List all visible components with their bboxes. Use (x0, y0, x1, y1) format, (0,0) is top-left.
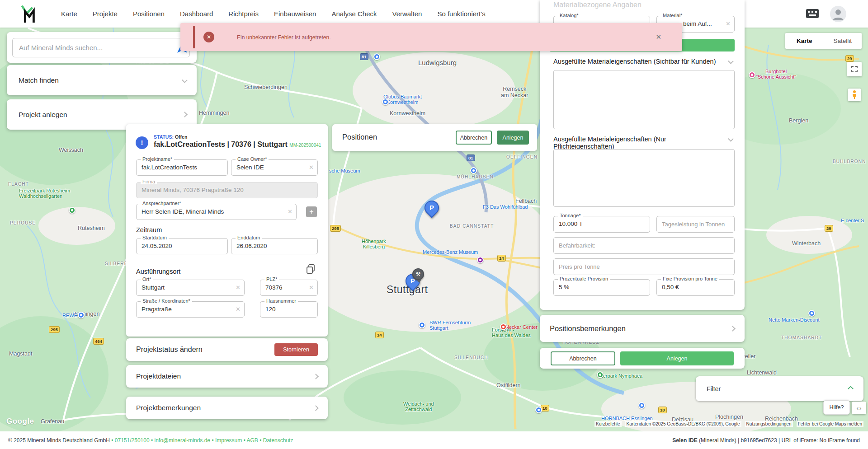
datenschutz-link[interactable]: Datenschutz (263, 437, 293, 444)
hausnummer-field[interactable]: Hausnummer 120 (260, 301, 318, 318)
befahrbarkeit-field[interactable]: Befahrbarkeit: (553, 237, 735, 254)
clear-icon[interactable]: ✕ (288, 208, 292, 215)
add-contact-button[interactable]: + (306, 206, 317, 217)
road-shield: 29 (825, 225, 833, 232)
map-type-karte-button[interactable]: Karte (785, 33, 824, 49)
projektbemerkungen-section[interactable]: Projektbemerkungen (126, 397, 328, 419)
search-input[interactable]: Auf Mineral Minds suchen... (12, 38, 190, 57)
chevron-down-icon (182, 77, 188, 83)
plz-field[interactable]: PLZ* 70376 ✕ (260, 280, 318, 296)
filter-panel[interactable]: Filter (696, 376, 863, 401)
phone-link[interactable]: 07151/250100 (115, 437, 150, 444)
map-label: Ludwigsburg (418, 59, 457, 66)
positionen-anlegen-button[interactable]: Anlegen (497, 131, 529, 145)
mineral-minds-logo[interactable] (20, 5, 36, 23)
positionsbemerkungen-section[interactable]: Positionsbemerkungen (540, 315, 745, 342)
chevron-down-icon[interactable] (728, 58, 734, 64)
projektname-field[interactable]: Projektname* fak.LotCreationTests (136, 159, 228, 176)
poi-marker[interactable] (535, 407, 542, 413)
poi-marker[interactable] (500, 323, 507, 330)
poi-marker[interactable] (477, 257, 484, 263)
poi-marker[interactable] (373, 53, 380, 60)
chevron-down-icon[interactable] (728, 136, 734, 142)
menu-analyse-check[interactable]: Analyse Check (331, 10, 377, 18)
ansprechpartner-field[interactable]: Ansprechpartner* Herr Selen IDE, Mineral… (136, 204, 297, 220)
strasse-field[interactable]: Straße / Koordinaten* Pragstraße ✕ (136, 301, 245, 318)
menu-verwalten[interactable]: Verwalten (392, 10, 422, 18)
road-shield: 29 (845, 55, 854, 62)
enddatum-field[interactable]: Enddatum 26.06.2020 (231, 238, 318, 254)
positionen-abbrechen-button[interactable]: Abbrechen (456, 131, 492, 145)
project-number: MM-202500041 (289, 143, 321, 148)
poi-marker[interactable] (470, 167, 477, 174)
map-pin-equipment[interactable]: ⚒ (412, 268, 424, 280)
impressum-link[interactable]: Impressum (215, 437, 242, 444)
map-label: Burghotel "Schöne Aussicht" (756, 69, 796, 80)
zeitraum-heading: Zeitraum (136, 226, 162, 234)
poi-marker[interactable] (69, 207, 75, 214)
startdatum-field[interactable]: Startdatum 24.05.2020 (136, 238, 228, 254)
fehler-melden-link[interactable]: Fehler bei Google Maps melden (797, 421, 863, 427)
fullscreen-button[interactable] (847, 62, 862, 76)
preis-pro-tonne-field[interactable]: Preis pro Tonne (553, 258, 735, 275)
map-label: Freizeitpark Rutesheim Waldhochseilgarte… (19, 188, 70, 199)
props-required-box[interactable] (553, 149, 735, 207)
clear-icon[interactable]: ✕ (309, 164, 314, 171)
poi-marker[interactable] (78, 312, 85, 318)
menu-positionen[interactable]: Positionen (133, 10, 165, 18)
nutzungsbedingungen-link[interactable]: Nutzungsbedingungen (745, 421, 793, 427)
email-link[interactable]: info@mineral-minds.de (154, 437, 210, 444)
keyboard-icon[interactable] (806, 8, 819, 19)
pegman-control[interactable] (848, 89, 861, 101)
menu-karte[interactable]: Karte (61, 10, 77, 18)
chevron-right-icon (730, 326, 736, 332)
projektdateien-section[interactable]: Projektdateien (126, 365, 328, 388)
match-finden-accordion[interactable]: Match finden (7, 65, 197, 95)
map-label: Plochingen (715, 414, 743, 420)
hilfe-button[interactable]: Hilfe? (823, 400, 850, 415)
user-avatar[interactable] (830, 6, 846, 22)
poi-marker[interactable] (808, 310, 815, 317)
poi-marker[interactable] (419, 322, 425, 328)
case-owner-field[interactable]: Case Owner* Selen IDE ✕ (231, 159, 318, 176)
poi-marker[interactable] (749, 71, 755, 78)
menu-richtpreis[interactable]: Richtpreis (228, 10, 259, 18)
menu-dashboard[interactable]: Dashboard (180, 10, 213, 18)
ort-field[interactable]: Ort* Stuttgart ✕ (136, 280, 245, 296)
map-type-satellit-button[interactable]: Satellit (824, 33, 862, 49)
menu-einbauweisen[interactable]: Einbauweisen (274, 10, 316, 18)
provision-pct-field[interactable]: Prozentuale Provision 5 % (553, 279, 650, 296)
provision-fix-field[interactable]: Fixe Provision pro Tonne 0,50 € (656, 279, 735, 296)
toast-close-icon[interactable]: ✕ (656, 33, 661, 41)
clear-icon[interactable]: ✕ (236, 284, 241, 291)
material-abbrechen-button[interactable]: Abbrechen (551, 351, 615, 365)
clear-icon[interactable]: ✕ (236, 306, 241, 313)
copy-icon[interactable] (306, 264, 315, 274)
poi-marker[interactable] (597, 371, 604, 378)
fullscreen-icon (851, 66, 858, 72)
material-anlegen-button[interactable]: Anlegen (620, 351, 734, 365)
stornieren-button[interactable]: Stornieren (274, 343, 318, 356)
match-finden-label: Match finden (17, 76, 59, 84)
poi-marker[interactable] (382, 98, 389, 105)
ausfuehrungsort-heading: Ausführungsort (136, 268, 180, 275)
map-label: MÜHLHAUSEN (457, 174, 494, 179)
pegman-icon (852, 90, 857, 99)
menu-projekte[interactable]: Projekte (93, 10, 118, 18)
projektstatus-section: Projektstatus ändern Stornieren (126, 338, 328, 361)
map-label: Fellbach (515, 198, 537, 204)
agb-link[interactable]: AGB (247, 437, 258, 444)
props-customers-box[interactable] (553, 70, 735, 129)
pan-arrows-control[interactable]: ‹› (852, 402, 866, 414)
clear-icon[interactable]: ✕ (726, 20, 731, 27)
chevron-right-icon (313, 405, 319, 411)
map-label: Lichtenwald (747, 369, 777, 376)
clear-icon[interactable]: ✕ (309, 284, 314, 291)
tonnage-field[interactable]: Tonnage* 10.000 T (553, 216, 650, 233)
map-label: SILLENBUCH (454, 355, 488, 360)
map-label: F3 Das Wohlfühlbad (483, 204, 528, 210)
kurzbefehle-link[interactable]: Kurzbefehle (594, 421, 621, 427)
menu-so-funktionierts[interactable]: So funktioniert's (437, 10, 485, 18)
tagesleistung-field[interactable]: Tagesleistung in Tonnen (656, 216, 735, 233)
poi-marker[interactable] (638, 402, 645, 409)
